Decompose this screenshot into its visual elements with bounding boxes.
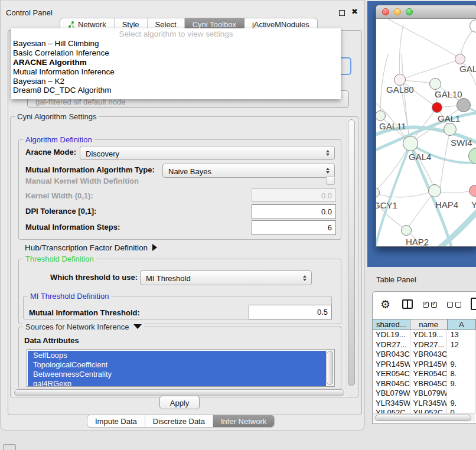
aracne-mode-label: Aracne Mode: — [25, 148, 76, 156]
mac-minimize-button[interactable] — [394, 8, 401, 15]
network-node-gal80[interactable] — [394, 74, 406, 86]
network-node[interactable] — [457, 98, 471, 112]
which-threshold-value: MI Threshold — [146, 274, 191, 283]
dpi-tolerance-field[interactable]: 0.0 — [252, 204, 336, 219]
threshold-definition-title: Threshold Definition — [23, 255, 96, 263]
which-threshold-combobox[interactable]: MI Threshold — [140, 270, 312, 285]
table-row[interactable]: YBL079WYBL079W — [373, 389, 476, 399]
mi-algorithm-type-combobox[interactable]: Naive Bayes — [162, 164, 335, 178]
table-horizontal-scrollbar[interactable] — [373, 413, 475, 422]
table-row[interactable]: YLR345WYLR345W9. — [373, 399, 476, 409]
settings-vertical-scrollbar[interactable] — [347, 119, 356, 387]
control-panel-window: Control Panel ✖ NetworkStyleSelectCyni T… — [0, 0, 365, 431]
tab-impute-data[interactable]: Impute Data — [87, 415, 145, 427]
network-node-gal4[interactable] — [403, 136, 418, 151]
file-icon[interactable] — [471, 298, 476, 310]
algorithm-dropdown-items: Bayesian – Hill ClimbingBasic Correlatio… — [11, 39, 341, 95]
node-label-gal1: GAL1 — [438, 113, 460, 123]
tab-label: jActiveMNodules — [252, 20, 309, 29]
column-header-a[interactable]: A — [448, 319, 476, 330]
network-window-titlebar[interactable] — [376, 5, 476, 19]
algorithm-option-dream8-dc-tdc-algorithm[interactable]: Dream8 DC_TDC Algorithm — [11, 86, 341, 95]
tab-discretize-data[interactable]: Discretize Data — [145, 415, 213, 427]
table-cell: YDR27... — [373, 340, 410, 350]
table-row[interactable]: YBR045CYBR045C9. — [373, 379, 476, 389]
attribute-item-gal4rgexp[interactable]: gal4RGexp — [28, 379, 326, 387]
table-row[interactable]: YIL052CYIL052C0. — [373, 408, 476, 413]
column-header-name[interactable]: name — [410, 319, 448, 330]
network-node-gal1[interactable] — [432, 102, 442, 113]
mac-zoom-button[interactable] — [406, 8, 413, 15]
aracne-mode-value: Discovery — [86, 149, 119, 158]
table-row[interactable]: YBR043CYBR043C — [373, 350, 476, 360]
node-label-gal80: GAL80 — [386, 84, 414, 94]
kernel-width-label: Kernel Width (0,1): — [25, 191, 93, 200]
checked-checkbox-icon-2[interactable] — [431, 302, 437, 308]
dpi-tolerance-label: DPI Tolerance [0,1]: — [25, 207, 96, 216]
table-row[interactable]: YPR145WYPR145W9. — [373, 360, 476, 370]
apply-button[interactable]: Apply — [159, 396, 200, 409]
attributes-scrollbar[interactable] — [326, 350, 334, 386]
table-cell: YDL19... — [410, 330, 448, 340]
network-node-gal[interactable] — [455, 54, 465, 64]
table-cell — [447, 389, 476, 399]
tab-label: Network — [78, 20, 106, 29]
algorithm-option-aracne-algorithm[interactable]: ARACNE Algorithm — [11, 58, 341, 67]
node-label-gal11: GAL11 — [379, 121, 406, 131]
mi-threshold-field[interactable]: 0.5 — [249, 305, 332, 319]
mi-steps-field[interactable]: 6 — [252, 220, 336, 235]
stepper-icon — [326, 168, 330, 174]
unchecked-checkbox-icon-2[interactable] — [455, 302, 461, 308]
aracne-mode-combobox[interactable]: Discovery — [80, 146, 335, 160]
algorithm-option-bayesian-hill-climbing[interactable]: Bayesian – Hill Climbing — [11, 39, 341, 48]
tab-infer-network[interactable]: Infer Network — [213, 415, 274, 427]
unchecked-checkbox-icon-1[interactable] — [447, 302, 453, 308]
data-attributes-label: Data Attributes — [24, 336, 79, 345]
tab-label: Select — [155, 20, 177, 29]
node-label-gcy1: GCY1 — [376, 200, 397, 210]
checked-checkbox-icon-1[interactable] — [423, 302, 429, 308]
node-label-swi4: SWI4 — [451, 138, 472, 148]
cyni-mode-tabs: Impute DataDiscretize DataInfer Network — [87, 415, 275, 428]
column-header-shared-[interactable]: shared... — [373, 319, 410, 330]
hub-definition-toggle[interactable]: Hub/Transcription Factor Definition — [25, 243, 157, 252]
network-node-hap2[interactable] — [401, 225, 412, 236]
tab-label: Cyni Toolbox — [193, 20, 236, 29]
table-row[interactable]: YER054CYER054C8. — [373, 369, 476, 379]
data-attributes-list[interactable]: SelfLoopsTopologicalCoefficientBetweenne… — [27, 349, 335, 387]
algorithm-option-basic-correlation-inference[interactable]: Basic Correlation Inference — [11, 48, 341, 58]
table-cell: YER054C — [373, 369, 410, 379]
network-node-swi4[interactable] — [444, 123, 457, 136]
node-label-y: Y — [471, 200, 476, 210]
collapsed-arrow-icon — [152, 244, 157, 251]
attribute-item-topologicalcoefficient[interactable]: TopologicalCoefficient — [28, 360, 326, 370]
cyni-algorithm-settings-title: Cyni Algorithm Settings — [15, 112, 99, 121]
network-canvas[interactable]: GALGAL80GAL10GAL1GAL11SWI4GAL4GCY1HAP4YH… — [376, 19, 476, 247]
expanded-arrow-icon — [133, 324, 142, 329]
minimized-panel-icon[interactable] — [3, 444, 16, 450]
kernel-width-field[interactable]: 0.0 — [252, 188, 336, 202]
node-label-gal: GAL — [459, 64, 476, 74]
mac-close-button[interactable] — [382, 8, 389, 15]
attribute-item-selfloops[interactable]: SelfLoops — [28, 351, 326, 360]
close-icon[interactable]: ✖ — [351, 7, 358, 16]
algorithm-option-bayesian-k2[interactable]: Bayesian – K2 — [11, 77, 341, 86]
attribute-item-betweennesscentrality[interactable]: BetweennessCentrality — [28, 370, 326, 379]
manual-kernel-width-checkbox[interactable] — [326, 176, 335, 185]
table-row[interactable]: YDL19...YDL19...13 — [373, 330, 476, 340]
table-row[interactable]: YDR27...YDR27...12 — [373, 340, 476, 350]
table-cell: YPR145W — [373, 360, 410, 370]
algorithm-dropdown-popup: Select algorithm to view settings Bayesi… — [11, 28, 341, 99]
node-label-gal10: GAL10 — [435, 89, 462, 99]
which-threshold-label: Which threshold to use: — [50, 273, 138, 282]
algorithm-option-mutual-information-inference[interactable]: Mutual Information Inference — [11, 67, 341, 77]
table-cell: 13 — [447, 330, 476, 340]
gear-icon[interactable]: ⚙ — [380, 298, 390, 311]
float-window-icon[interactable] — [339, 10, 345, 16]
columns-icon[interactable] — [402, 299, 413, 309]
node-table: shared...nameA YDL19...YDL19...13YDR27..… — [373, 319, 476, 413]
table-cell: YBR043C — [410, 350, 448, 360]
network-node-hap4[interactable] — [428, 184, 441, 197]
tab-label: Style — [122, 20, 139, 29]
network-node-gal10[interactable] — [429, 78, 441, 90]
